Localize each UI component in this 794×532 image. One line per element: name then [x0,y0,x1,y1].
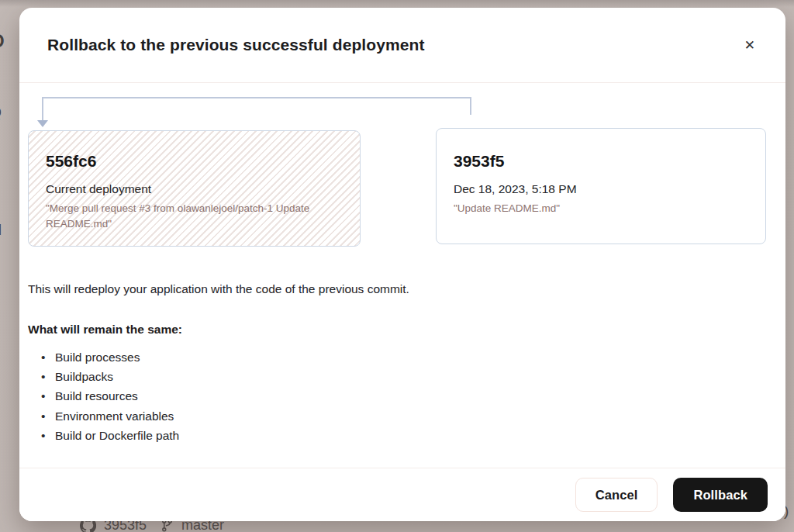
remain-same-list: Build processes Buildpacks Build resourc… [41,347,179,445]
rollback-button[interactable]: Rollback [673,478,768,512]
remain-same-heading: What will remain the same: [28,323,182,337]
list-item: Build processes [41,347,179,367]
background-page-fragment: Q [0,104,2,121]
background-page-fragment: H [0,220,2,239]
list-item: Build resources [41,386,179,406]
dialog-description: This will redeploy your application with… [28,282,409,296]
connector-line [43,97,471,98]
dialog-footer: Cancel Rollback [19,468,785,521]
dialog-header: Rollback to the previous successful depl… [19,8,785,83]
previous-deployment-card: 3953f5 Dec 18, 2023, 5:18 PM "Update REA… [436,128,766,244]
connector-line [470,97,471,115]
rollback-dialog: Rollback to the previous successful depl… [19,8,785,521]
list-item: Environment variables [41,406,179,426]
cancel-button[interactable]: Cancel [575,478,658,512]
current-commit-message: "Merge pull request #3 from olawanlejoel… [46,201,343,233]
previous-deployment-date: Dec 18, 2023, 5:18 PM [454,182,748,196]
dialog-title: Rollback to the previous successful depl… [47,36,425,54]
connector-line [42,97,43,121]
arrow-down-icon [37,120,48,127]
previous-commit-message: "Update README.md" [454,201,748,216]
list-item: Build or Dockerfile path [41,426,179,445]
background-page-fragment: D [0,31,5,52]
close-icon[interactable]: ✕ [740,34,760,57]
list-item: Buildpacks [41,367,179,386]
current-commit-hash: 556fc6 [46,152,343,171]
current-deployment-label: Current deployment [46,182,343,196]
current-deployment-card: 556fc6 Current deployment "Merge pull re… [28,130,361,247]
previous-commit-hash: 3953f5 [454,152,748,171]
